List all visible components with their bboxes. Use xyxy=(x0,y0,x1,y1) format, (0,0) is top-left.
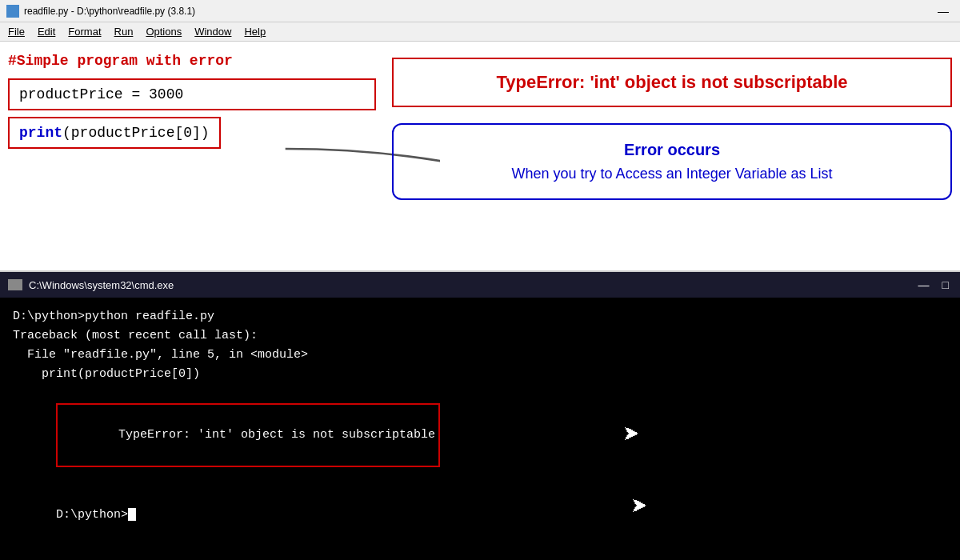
cmd-line-error: TypeError: 'int' object is not subscript… xyxy=(13,384,947,486)
menu-edit[interactable]: Edit xyxy=(33,24,60,39)
code-line1: productPrice = 3000 xyxy=(8,78,376,110)
cmd-content[interactable]: D:\python>python readfile.py Traceback (… xyxy=(0,298,960,560)
code-section: #Simple program with error productPrice … xyxy=(8,50,376,262)
cursor-blink xyxy=(128,508,136,521)
menu-options[interactable]: Options xyxy=(141,24,186,39)
menu-help[interactable]: Help xyxy=(239,24,270,39)
cmd-icon xyxy=(8,279,22,290)
py-icon xyxy=(6,5,19,18)
menu-file[interactable]: File xyxy=(3,24,30,39)
editor-window: readfile.py - D:\python\readfile.py (3.8… xyxy=(0,0,960,272)
info-text: When you try to Access an Integer Variab… xyxy=(410,166,934,182)
menu-window[interactable]: Window xyxy=(190,24,236,39)
cmd-line-file: File "readfile.py", line 5, in <module> xyxy=(13,346,947,365)
menu-run[interactable]: Run xyxy=(110,24,138,39)
code-comment: #Simple program with error xyxy=(8,50,376,72)
info-box: Error occurs When you try to Access an I… xyxy=(392,123,952,200)
cmd-controls: — □ xyxy=(915,278,952,291)
cmd-window: C:\Windows\system32\cmd.exe — □ D:\pytho… xyxy=(0,272,960,560)
cmd-title-bar: C:\Windows\system32\cmd.exe — □ xyxy=(0,272,960,298)
cmd-line-print: print(productPrice[0]) xyxy=(13,365,947,384)
code-line2: print(productPrice[0]) xyxy=(8,117,221,149)
menu-bar: File Edit Format Run Options Window Help xyxy=(0,22,960,42)
editor-title-bar: readfile.py - D:\python\readfile.py (3.8… xyxy=(0,0,960,22)
title-bar-controls: — xyxy=(933,3,954,19)
cmd-prompt-line: D:\python> xyxy=(13,486,947,544)
code-line2-args: (productPrice[0]) xyxy=(62,125,210,141)
error-box: TypeError: 'int' object is not subscript… xyxy=(392,58,952,107)
error-text: TypeError: 'int' object is not subscript… xyxy=(496,72,847,92)
cmd-title-left: C:\Windows\system32\cmd.exe xyxy=(8,279,174,291)
editor-content: #Simple program with error productPrice … xyxy=(0,42,960,270)
editor-title-text: readfile.py - D:\python\readfile.py (3.8… xyxy=(24,6,195,17)
annotation-section: TypeError: 'int' object is not subscript… xyxy=(392,50,952,262)
print-keyword: print xyxy=(19,125,62,141)
menu-format[interactable]: Format xyxy=(63,24,106,39)
cmd-line-traceback: Traceback (most recent call last): xyxy=(13,326,947,346)
cmd-error-text: TypeError: 'int' object is not subscript… xyxy=(118,428,435,442)
title-bar-left: readfile.py - D:\python\readfile.py (3.8… xyxy=(6,5,195,18)
mouse-cursor-1: ⮞ xyxy=(624,426,640,445)
cmd-title-text: C:\Windows\system32\cmd.exe xyxy=(29,279,174,291)
minimize-button[interactable]: — xyxy=(933,3,954,19)
cmd-prompt: D:\python> xyxy=(56,508,128,522)
cmd-line-run: D:\python>python readfile.py xyxy=(13,307,947,326)
mouse-cursor-2: ⮞ xyxy=(632,498,648,517)
cmd-minimize-button[interactable]: — xyxy=(915,278,933,291)
cmd-error-box: TypeError: 'int' object is not subscript… xyxy=(56,403,440,467)
cmd-maximize-button[interactable]: □ xyxy=(939,278,952,291)
info-title: Error occurs xyxy=(410,141,934,159)
